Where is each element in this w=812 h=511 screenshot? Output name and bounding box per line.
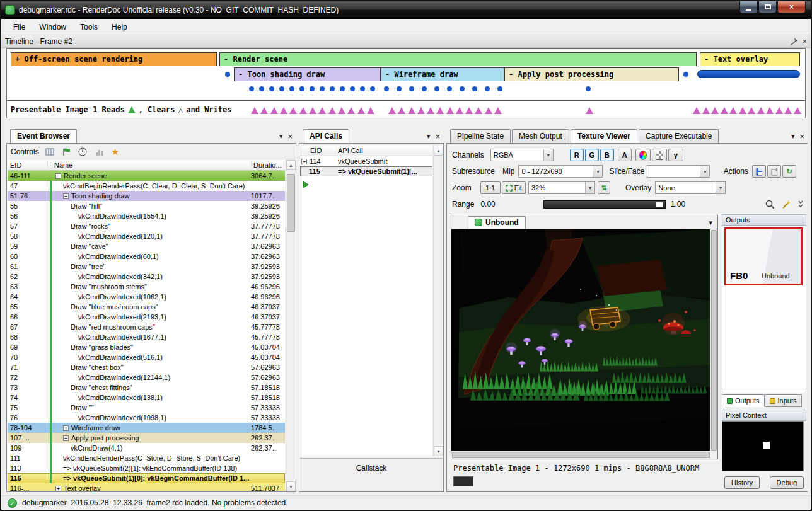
menu-file[interactable]: File bbox=[6, 20, 32, 34]
event-row[interactable]: 60vkCmdDrawIndexed(60,1)37.62963 bbox=[8, 251, 285, 261]
collapse-icon[interactable]: − bbox=[63, 193, 69, 199]
event-row[interactable]: 109vkCmdDraw(4,1)262.37... bbox=[8, 443, 285, 453]
gamma-button[interactable]: γ bbox=[668, 149, 683, 161]
event-row[interactable]: 75Draw ""57.33333 bbox=[8, 403, 285, 413]
event-row[interactable]: 70vkCmdDrawIndexed(516,1)45.03704 bbox=[8, 352, 285, 362]
timeline-draw-dots[interactable] bbox=[249, 86, 375, 91]
event-row[interactable]: 67Draw "red mushroom caps"45.77778 bbox=[8, 322, 285, 332]
slice-face-select[interactable]: ▾ bbox=[647, 165, 710, 178]
timeline-panel[interactable]: + Off-screen scene rendering - Render sc… bbox=[6, 48, 806, 118]
panel-menu-icon[interactable]: ▾ bbox=[279, 132, 283, 141]
panel-close-icon[interactable]: × bbox=[799, 133, 804, 141]
minimize-button[interactable] bbox=[740, 1, 758, 13]
scroll-up-icon[interactable]: ▲ bbox=[286, 160, 296, 170]
scroll-down-icon[interactable]: ▼ bbox=[434, 446, 443, 456]
time-clock-icon[interactable] bbox=[77, 146, 88, 158]
expand-icon[interactable]: + bbox=[55, 486, 61, 491]
texture-vertical-scrollbar[interactable] bbox=[710, 229, 717, 451]
event-row-selected[interactable]: 115=> vkQueueSubmit(1)[0]: vkBeginComman… bbox=[8, 473, 285, 483]
event-row[interactable]: 66vkCmdDrawIndexed(2193,1)46.37037 bbox=[8, 312, 285, 322]
panel-menu-icon[interactable]: ▾ bbox=[427, 132, 431, 141]
event-row[interactable]: 62vkCmdDrawIndexed(342,1)37.92593 bbox=[8, 272, 285, 282]
panel-menu-icon[interactable]: ▾ bbox=[791, 132, 795, 141]
toolbar-overflow-icon[interactable] bbox=[798, 200, 804, 209]
zoom-select[interactable]: 32% ▾ bbox=[528, 181, 595, 194]
write-markers[interactable] bbox=[693, 107, 801, 114]
timeline-event-dot[interactable] bbox=[683, 72, 688, 77]
tab-event-browser[interactable]: Event Browser bbox=[10, 129, 77, 143]
event-row[interactable]: 55Draw "hill"39.25926 bbox=[8, 201, 285, 211]
save-texture-button[interactable] bbox=[752, 165, 766, 178]
channel-blue-button[interactable]: B bbox=[600, 149, 614, 161]
event-row[interactable]: 65Draw "blue mushroom caps"46.37037 bbox=[8, 302, 285, 312]
write-markers[interactable] bbox=[251, 107, 374, 114]
tab-capture-executable[interactable]: Capture Executable bbox=[639, 129, 719, 143]
fit-button[interactable]: Fit bbox=[502, 181, 526, 194]
timeline-bar-text-overlay[interactable]: - Text overlay bbox=[700, 52, 800, 66]
tab-mesh-output[interactable]: Mesh Output bbox=[512, 129, 569, 143]
event-row[interactable]: 51-76−Toon shading draw1017.7... bbox=[8, 191, 285, 201]
channel-alpha-button[interactable]: A bbox=[618, 149, 632, 161]
open-external-button[interactable] bbox=[767, 165, 781, 178]
texture-list-dropdown-icon[interactable]: ▾ bbox=[709, 219, 712, 227]
close-button[interactable]: × bbox=[777, 1, 806, 13]
event-row[interactable]: 68vkCmdDrawIndexed(1677,1)45.77778 bbox=[8, 332, 285, 342]
history-button[interactable]: History bbox=[724, 476, 760, 489]
scrollbar-thumb[interactable] bbox=[287, 174, 295, 232]
maximize-button[interactable] bbox=[758, 1, 777, 13]
event-browser-column-headers[interactable]: EID Name Duratio... bbox=[8, 160, 285, 171]
event-row[interactable]: 59Draw "cave"37.62963 bbox=[8, 241, 285, 251]
bookmark-star-icon[interactable]: ★ bbox=[110, 146, 121, 158]
collapse-icon[interactable]: − bbox=[63, 435, 69, 441]
event-row[interactable]: 74vkCmdDrawIndexed(138,1)57.18518 bbox=[8, 393, 285, 403]
flip-y-button[interactable]: ⇅ bbox=[598, 181, 610, 194]
api-calls-scrollbar[interactable]: ▲ ▼ bbox=[433, 146, 443, 456]
event-row[interactable]: 47vkCmdBeginRenderPass(C=Clear, D=Clear,… bbox=[8, 181, 285, 191]
menu-help[interactable]: Help bbox=[105, 20, 134, 34]
overlay-select[interactable]: None ▾ bbox=[655, 181, 726, 194]
timeline-event-dot[interactable] bbox=[225, 72, 230, 77]
event-row[interactable]: 73Draw "chest fittings"57.18518 bbox=[8, 382, 285, 393]
panel-close-icon[interactable]: × bbox=[287, 133, 293, 141]
event-row[interactable]: 116-...+Text overlay511.7037 bbox=[8, 483, 285, 491]
channel-red-button[interactable]: R bbox=[570, 149, 584, 161]
timeline-draw-dot[interactable] bbox=[586, 86, 591, 91]
fb0-thumbnail[interactable]: FB0 Unbound bbox=[724, 227, 803, 285]
event-row[interactable]: 111vkCmdEndRenderPass(C=Store, D=Store, … bbox=[8, 453, 285, 463]
timeline-close-icon[interactable]: × bbox=[802, 38, 807, 45]
collapse-icon[interactable]: − bbox=[55, 173, 61, 179]
jump-flag-icon[interactable] bbox=[61, 146, 72, 158]
event-row[interactable]: 58vkCmdDrawIndexed(120,1)37.77778 bbox=[8, 231, 285, 241]
scroll-down-icon[interactable]: ▼ bbox=[286, 481, 296, 491]
title-bar[interactable]: debugmarker.rdc - RenderDoc Unofficial r… bbox=[1, 1, 811, 19]
event-row[interactable]: 64vkCmdDrawIndexed(1062,1)46.96296 bbox=[8, 292, 285, 302]
event-row[interactable]: 71Draw "chest box"57.62963 bbox=[8, 362, 285, 372]
expand-icon[interactable]: + bbox=[63, 425, 69, 431]
channels-select[interactable]: RGBA ▾ bbox=[490, 149, 554, 161]
event-row[interactable]: 56vkCmdDrawIndexed(1554,1)39.25926 bbox=[8, 211, 285, 221]
timeline-bar-toon[interactable]: - Toon shading draw bbox=[234, 67, 381, 81]
range-slider[interactable] bbox=[543, 200, 666, 209]
tab-api-calls[interactable]: API Calls bbox=[303, 129, 349, 143]
zoom-1-1-button[interactable]: 1:1 bbox=[480, 181, 501, 194]
event-row[interactable]: 76vkCmdDrawIndexed(1098,1)57.33333 bbox=[8, 413, 285, 423]
tab-pipeline-state[interactable]: Pipeline State bbox=[450, 129, 511, 143]
col-api-call[interactable]: API Call bbox=[335, 147, 432, 154]
timeline-activity-bar[interactable] bbox=[697, 70, 800, 78]
event-row[interactable]: 63Draw "mushroom stems"46.96296 bbox=[8, 282, 285, 292]
scroll-up-icon[interactable]: ▲ bbox=[434, 146, 443, 156]
col-duration[interactable]: Duratio... bbox=[251, 161, 285, 169]
zoom-range-button[interactable] bbox=[762, 198, 777, 210]
timeline-bar-wireframe[interactable]: - Wireframe draw bbox=[381, 67, 504, 81]
texture-horizontal-scrollbar[interactable] bbox=[451, 451, 710, 459]
custom-display-button[interactable] bbox=[635, 149, 651, 161]
api-call-row-selected[interactable]: 115 => vkQueueSubmit(1)[... bbox=[300, 166, 432, 176]
channel-green-button[interactable]: G bbox=[585, 149, 599, 161]
timeline-bar-offscreen[interactable]: + Off-screen scene rendering bbox=[11, 52, 217, 66]
event-row[interactable]: 69Draw "grass blades"45.03704 bbox=[8, 342, 285, 352]
mip-select[interactable]: 0 - 1272x690 ▾ bbox=[518, 165, 603, 178]
alpha-background-button[interactable] bbox=[652, 149, 667, 161]
timeline-bar-render-scene[interactable]: - Render scene bbox=[219, 52, 697, 66]
write-markers[interactable] bbox=[586, 107, 593, 114]
timeline-draw-dots[interactable] bbox=[384, 86, 502, 91]
